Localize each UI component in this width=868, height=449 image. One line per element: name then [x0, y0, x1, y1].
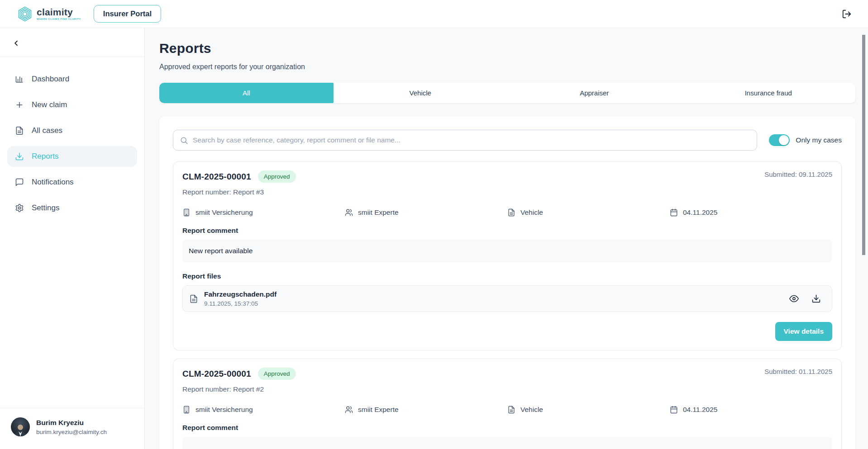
- sidebar-item-label: New claim: [32, 100, 67, 109]
- person-silhouette-icon: [13, 423, 28, 436]
- insurer-name: smiit Versicherung: [196, 208, 253, 217]
- sidebar-item-new-claim[interactable]: New claim: [7, 95, 137, 115]
- date-meta: 04.11.2025: [670, 208, 832, 217]
- file-icon: [189, 294, 198, 303]
- logout-icon: [842, 9, 852, 19]
- tab-appraiser[interactable]: Appraiser: [507, 83, 682, 103]
- insurer-meta: smiit Versicherung: [182, 208, 345, 217]
- avatar: [11, 417, 30, 436]
- page-subtitle: Approved expert reports for your organiz…: [159, 63, 855, 71]
- sidebar-item-notifications[interactable]: Notifications: [7, 172, 137, 193]
- expert-meta: smiit Experte: [345, 406, 507, 414]
- only-my-cases-label: Only my cases: [796, 136, 842, 144]
- file-icon: [507, 406, 515, 414]
- file-timestamp: 9.11.2025, 15:37:05: [204, 300, 277, 307]
- building-icon: [182, 406, 191, 414]
- report-date: 04.11.2025: [683, 208, 717, 217]
- calendar-icon: [670, 208, 678, 217]
- sidebar-item-reports[interactable]: Reports: [7, 146, 137, 167]
- sidebar-collapse-button[interactable]: [12, 39, 20, 47]
- download-file-button[interactable]: [809, 291, 824, 306]
- sidebar-item-all-cases[interactable]: All cases: [7, 120, 137, 141]
- sidebar-item-label: Notifications: [32, 178, 74, 187]
- calendar-icon: [670, 406, 678, 414]
- file-name: Fahrzeugschaden.pdf: [204, 290, 277, 298]
- date-meta: 04.11.2025: [670, 406, 832, 414]
- insurer-meta: smiit Versicherung: [182, 406, 345, 414]
- chevron-left-icon: [12, 39, 20, 47]
- status-badge: Approved: [258, 170, 296, 183]
- file-row: Fahrzeugschaden.pdf 9.11.2025, 15:37:05: [182, 285, 832, 312]
- file-text-icon: [15, 126, 24, 135]
- category-tabs: All Vehicle Appraiser Insurance fraud: [159, 83, 855, 103]
- claimity-logo[interactable]: claimity WHERE CLAIMS FIND CLARITY: [17, 6, 81, 22]
- report-comment-label: Report comment: [182, 424, 832, 432]
- page-title: Reports: [159, 41, 855, 56]
- chat-bubble-icon: [15, 178, 24, 187]
- expert-meta: smiit Experte: [345, 208, 507, 217]
- top-header: claimity WHERE CLAIMS FIND CLARITY Insur…: [0, 0, 868, 28]
- download-icon: [15, 152, 24, 161]
- sidebar-item-label: All cases: [32, 126, 62, 135]
- view-details-button[interactable]: View details: [775, 322, 832, 341]
- logout-button[interactable]: [842, 9, 852, 19]
- report-number: Report number: Report #2: [182, 385, 832, 393]
- case-reference: CLM-2025-00001: [182, 369, 251, 379]
- main-content: Reports Approved expert reports for your…: [145, 28, 868, 449]
- category-label: Vehicle: [520, 406, 543, 414]
- building-icon: [182, 208, 191, 217]
- file-icon: [507, 208, 515, 217]
- search-box: [173, 130, 757, 151]
- bar-chart-icon: [15, 75, 24, 84]
- only-my-cases-toggle[interactable]: [769, 134, 790, 146]
- claimity-hexagon-icon: [17, 6, 33, 22]
- case-reference: CLM-2025-00001: [182, 172, 251, 182]
- submitted-date: Submitted: 01.11.2025: [764, 368, 832, 375]
- category-meta: Vehicle: [507, 208, 670, 217]
- eye-icon: [789, 294, 799, 303]
- report-files-label: Report files: [182, 272, 832, 280]
- report-comment-box: New report available: [182, 240, 832, 262]
- tab-all[interactable]: All: [159, 83, 334, 103]
- tab-vehicle[interactable]: Vehicle: [334, 83, 508, 103]
- report-comment-label: Report comment: [182, 227, 832, 235]
- tab-insurance-fraud[interactable]: Insurance fraud: [682, 83, 856, 103]
- submitted-date: Submitted: 09.11.2025: [764, 170, 832, 178]
- report-card: CLM-2025-00001 Approved Submitted: 09.11…: [173, 161, 842, 350]
- users-icon: [345, 208, 353, 217]
- insurer-name: smiit Versicherung: [196, 406, 253, 414]
- logo-name: claimity: [37, 7, 81, 17]
- expert-name: smiit Experte: [358, 406, 399, 414]
- status-badge: Approved: [258, 368, 296, 380]
- sidebar: Dashboard New claim All cases Report: [0, 28, 145, 449]
- user-name: Burim Kryeziu: [36, 419, 107, 427]
- sidebar-item-label: Reports: [32, 152, 59, 161]
- logo-tagline: WHERE CLAIMS FIND CLARITY: [37, 18, 81, 21]
- report-card: CLM-2025-00001 Approved Submitted: 01.11…: [173, 359, 842, 449]
- sidebar-item-dashboard[interactable]: Dashboard: [7, 69, 137, 90]
- preview-file-button[interactable]: [787, 291, 801, 306]
- category-meta: Vehicle: [507, 406, 670, 414]
- user-profile[interactable]: Burim Kryeziu burim.kryeziu@claimity.ch: [0, 408, 144, 449]
- sidebar-item-label: Settings: [32, 203, 59, 213]
- category-label: Vehicle: [520, 208, 543, 217]
- reports-panel: Only my cases CLM-2025-00001 Approved Su…: [159, 116, 855, 449]
- report-date: 04.11.2025: [683, 406, 717, 414]
- gear-icon: [15, 203, 24, 213]
- report-comment-box: [182, 437, 832, 449]
- insurer-portal-badge: Insurer Portal: [94, 5, 161, 23]
- expert-name: smiit Experte: [358, 208, 399, 217]
- vertical-scrollbar[interactable]: [862, 35, 865, 255]
- search-icon: [180, 136, 188, 145]
- plus-icon: [15, 100, 24, 109]
- user-email: burim.kryeziu@claimity.ch: [36, 429, 107, 435]
- report-number: Report number: Report #3: [182, 188, 832, 196]
- sidebar-item-label: Dashboard: [32, 75, 69, 84]
- sidebar-item-settings[interactable]: Settings: [7, 198, 137, 218]
- download-icon: [811, 294, 821, 303]
- users-icon: [345, 406, 353, 414]
- search-input[interactable]: [193, 136, 750, 144]
- sidebar-nav: Dashboard New claim All cases Report: [0, 57, 144, 218]
